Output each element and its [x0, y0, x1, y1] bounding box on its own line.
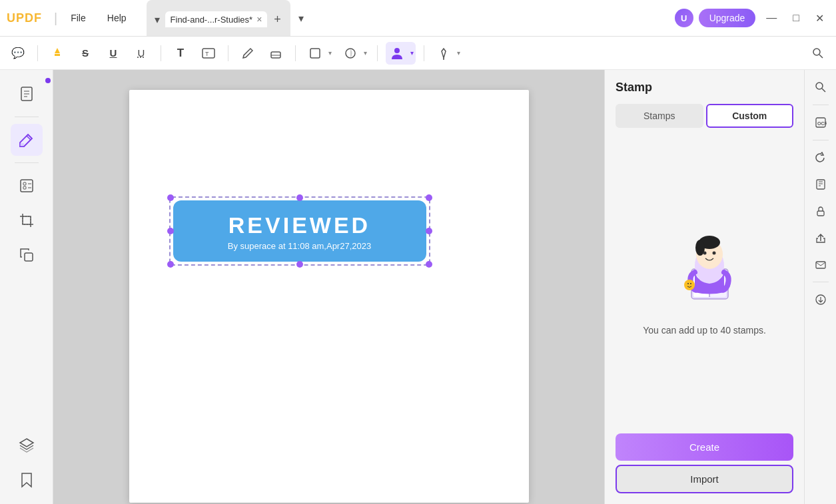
toolbar-separator-2	[161, 45, 161, 61]
dotted-underline-tool[interactable]: U	[130, 42, 153, 65]
user-avatar[interactable]: U	[675, 9, 693, 27]
sidebar-copy-icon[interactable]	[11, 239, 43, 271]
tab-bar: ▾ Find-and-...r-Studies* × +	[147, 0, 290, 36]
fr-doc-icon[interactable]	[809, 172, 833, 196]
svg-line-10	[819, 55, 823, 58]
textbox-tool[interactable]: T	[197, 42, 220, 65]
toolbar-separator-4	[295, 45, 296, 61]
tab-more-button[interactable]: ▾	[296, 11, 306, 26]
svg-rect-21	[23, 216, 31, 224]
panel-title: Stamp	[616, 81, 793, 95]
sidebar-separator-2	[15, 162, 39, 163]
toolbar-separator-1	[37, 45, 38, 61]
fr-separator-1	[813, 105, 829, 105]
shape-tool[interactable]: ▾	[304, 42, 334, 65]
toolbar-separator-5	[377, 45, 378, 61]
resize-handle-br[interactable]	[426, 261, 432, 268]
stamp-container[interactable]: REVIEWED By superace at 11:08 am,Apr27,2…	[169, 196, 430, 266]
text-tool[interactable]: T	[169, 42, 192, 65]
import-stamp-button[interactable]: Import	[616, 465, 793, 493]
person-stamp-tool[interactable]: ▾	[386, 42, 416, 65]
sidebar-page-icon[interactable]	[11, 78, 43, 110]
fr-ocr-icon[interactable]: OCR	[809, 111, 833, 134]
fr-refresh-icon[interactable]	[809, 146, 833, 170]
upgrade-button[interactable]: Upgrade	[699, 9, 756, 27]
pen-tool[interactable]: ▾	[432, 42, 462, 65]
resize-handle-bc[interactable]	[296, 261, 303, 268]
close-button[interactable]: ✕	[810, 9, 829, 27]
tab-stamps[interactable]: Stamps	[616, 104, 703, 128]
svg-point-39	[816, 83, 823, 89]
maximize-button[interactable]: □	[787, 9, 805, 27]
tab-add-button[interactable]: +	[270, 11, 285, 28]
far-right-panel: OCR	[804, 70, 836, 504]
panel-tab-bar: Stamps Custom	[616, 104, 793, 128]
create-stamp-button[interactable]: Create	[616, 433, 793, 461]
circle-tool[interactable]: ▾	[339, 42, 369, 65]
search-button[interactable]	[807, 42, 829, 65]
title-bar: UPDF | File Help ▾ Find-and-...r-Studies…	[0, 0, 836, 37]
resize-handle-tc[interactable]	[296, 194, 303, 201]
svg-text:OCR: OCR	[817, 121, 827, 126]
svg-point-35	[712, 252, 715, 255]
svg-rect-0	[55, 54, 60, 56]
stamp-subtitle-text: By superace at 11:08 am,Apr27,2023	[189, 241, 410, 251]
pdf-page: REVIEWED By superace at 11:08 am,Apr27,2…	[129, 90, 529, 503]
menu-help[interactable]: Help	[99, 10, 135, 26]
tab-close-button[interactable]: ×	[256, 14, 262, 25]
active-tab[interactable]: Find-and-...r-Studies* ×	[165, 11, 268, 27]
pencil-tool[interactable]	[236, 42, 259, 65]
mascot-svg	[661, 229, 748, 316]
highlight-tool[interactable]	[46, 42, 69, 65]
document-area: REVIEWED By superace at 11:08 am,Apr27,2…	[53, 70, 604, 504]
app-logo: UPDF	[7, 11, 42, 25]
comment-tool[interactable]: 💬	[7, 42, 29, 65]
resize-handle-ml[interactable]	[167, 228, 174, 234]
toolbar-separator-6	[424, 45, 424, 61]
menu-file[interactable]: File	[63, 10, 94, 26]
eraser-tool[interactable]	[264, 42, 287, 65]
fr-separator-3	[813, 282, 829, 282]
sidebar-bookmark-icon[interactable]	[11, 464, 43, 496]
empty-stamp-area: You can add up to 40 stamps.	[616, 138, 793, 428]
svg-point-37	[687, 283, 689, 284]
underline-tool[interactable]: U	[102, 42, 125, 65]
sidebar-active-indicator	[45, 78, 51, 83]
sidebar-layers-icon[interactable]	[11, 429, 43, 461]
svg-rect-43	[817, 180, 825, 189]
svg-point-36	[684, 280, 695, 290]
resize-handle-mr[interactable]	[426, 228, 432, 234]
fr-search-icon[interactable]	[809, 75, 833, 99]
svg-rect-15	[20, 143, 24, 146]
fr-share-icon[interactable]	[809, 226, 833, 250]
minimize-button[interactable]: —	[761, 9, 782, 27]
sidebar-form-icon[interactable]	[11, 170, 43, 202]
svg-rect-45	[816, 262, 825, 268]
sidebar-crop-icon[interactable]	[11, 204, 43, 236]
toolbar: 💬 S U U T T ▾ ▾ ▾	[0, 37, 836, 70]
stamp-visual[interactable]: REVIEWED By superace at 11:08 am,Apr27,2…	[173, 200, 426, 262]
tab-custom[interactable]: Custom	[706, 104, 794, 128]
svg-rect-16	[21, 180, 33, 192]
title-separator: |	[54, 11, 57, 26]
tab-dropdown-icon[interactable]: ▾	[152, 12, 163, 27]
fr-email-icon[interactable]	[809, 252, 833, 276]
svg-rect-22	[25, 253, 33, 261]
resize-handle-tl[interactable]	[167, 194, 174, 201]
strikethrough-tool[interactable]: S	[74, 42, 97, 65]
main-layout: REVIEWED By superace at 11:08 am,Apr27,2…	[0, 70, 836, 504]
svg-point-7	[394, 48, 400, 53]
empty-stamp-text: You can add up to 40 stamps.	[643, 324, 766, 338]
sidebar-annotate-icon[interactable]	[11, 124, 43, 156]
mascot-illustration	[661, 229, 748, 316]
toolbar-separator-3	[228, 45, 228, 61]
svg-rect-17	[23, 182, 26, 185]
right-panel: Stamp Stamps Custom	[604, 70, 804, 504]
stamp-title-text: REVIEWED	[189, 212, 410, 238]
svg-rect-44	[817, 211, 824, 216]
resize-handle-tr[interactable]	[426, 194, 432, 201]
resize-handle-bl[interactable]	[167, 261, 174, 268]
left-sidebar	[0, 70, 53, 504]
fr-lock-icon[interactable]	[809, 199, 833, 223]
fr-save-icon[interactable]	[809, 288, 833, 312]
